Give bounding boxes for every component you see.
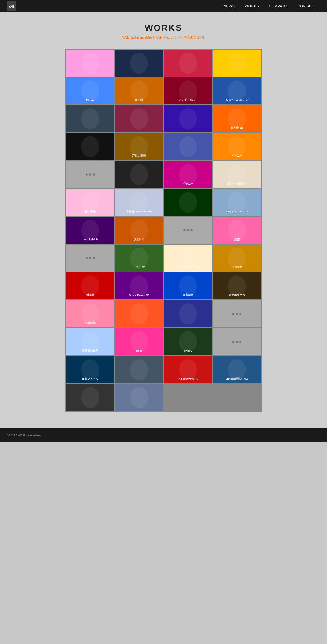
site-header: YAB NEWS WORKS COMPANY CONTACT xyxy=(0,0,327,12)
works-grid: Phony夜永唄アンダーカバー祭りだへいカミン長尾景 3D浮世の演舞イドニー イ… xyxy=(65,49,262,412)
svg-text:ーソン 3D: ーソン 3D xyxy=(133,266,145,269)
svg-point-32 xyxy=(81,136,99,157)
grid-item-42[interactable]: Boo! xyxy=(115,328,163,355)
grid-item-15[interactable] xyxy=(164,133,212,160)
svg-text:アンダーカバー: アンダーカバー xyxy=(178,98,198,101)
grid-item-49[interactable] xyxy=(66,384,114,411)
thumb-svg-49 xyxy=(66,384,114,411)
thumb-svg-25: poppin'high xyxy=(66,217,114,244)
svg-text:祭りだへいカミン: 祭りだへいカミン xyxy=(226,98,248,101)
grid-item-18[interactable] xyxy=(115,161,163,188)
svg-point-5 xyxy=(130,53,148,74)
grid-item-8[interactable]: 祭りだへいカミン xyxy=(213,77,261,104)
grid-item-36[interactable]: スマホひとつ xyxy=(213,272,261,299)
thumb-svg-24: Sing My Pleasure xyxy=(213,189,261,216)
grid-item-2[interactable] xyxy=(115,50,163,77)
grid-item-4[interactable] xyxy=(213,50,261,77)
grid-item-20[interactable]: 踊っちゃ損です xyxy=(213,161,261,188)
grid-item-14[interactable]: 浮世の演舞 xyxy=(115,133,163,160)
grid-item-26[interactable]: 少女レイ xyxy=(115,217,163,244)
grid-item-21[interactable]: 蒼の手紙 xyxy=(66,189,114,216)
thumb-svg-9 xyxy=(66,105,114,132)
svg-text:激戦アイドル: 激戦アイドル xyxy=(82,377,99,380)
thumb-svg-31: オバさんになっても xyxy=(164,245,212,272)
nav-works[interactable]: WORKS xyxy=(240,0,264,12)
grid-item-11[interactable] xyxy=(164,105,212,132)
svg-point-25 xyxy=(130,108,148,129)
thumb-svg-23 xyxy=(164,189,212,216)
grid-item-12[interactable]: 長尾景 3D xyxy=(213,105,261,132)
thumb-svg-43: phony xyxy=(164,328,212,355)
thumb-svg-45: 激戦アイドル xyxy=(66,356,114,383)
thumb-svg-18 xyxy=(115,161,163,188)
grid-item-44[interactable] xyxy=(213,328,261,355)
grid-item-22[interactable]: 救世主 Jame Da.Are xyxy=(115,189,163,216)
grid-item-35[interactable]: 資産確認 xyxy=(164,272,212,299)
thumb-svg-4 xyxy=(213,50,261,77)
grid-item-28[interactable]: 夏空 xyxy=(213,217,261,244)
grid-item-17[interactable] xyxy=(66,161,114,188)
svg-point-3 xyxy=(81,53,99,74)
svg-text:iZotope製品 RX10: iZotope製品 RX10 xyxy=(225,377,248,380)
footer-copyright: ©2022 YAB EntertainMent xyxy=(7,434,41,437)
svg-text:イカサマ: イカサマ xyxy=(231,266,242,269)
svg-point-94 xyxy=(130,303,148,324)
svg-point-7 xyxy=(179,53,197,74)
svg-text:資産確認: 資産確認 xyxy=(183,293,194,296)
grid-item-16[interactable]: イドニー xyxy=(213,133,261,160)
grid-item-39[interactable] xyxy=(164,300,212,327)
page-content: WORKS YAB EntertainMent がお手伝いした作品のご紹介 Ph… xyxy=(0,12,327,428)
nav-company[interactable]: COMPANY xyxy=(264,0,292,12)
grid-item-27[interactable] xyxy=(164,217,212,244)
grid-item-33[interactable]: 係廃区 xyxy=(66,272,114,299)
grid-item-23[interactable] xyxy=(164,189,212,216)
logo[interactable]: YAB xyxy=(7,1,16,11)
svg-text:夜永唄: 夜永唄 xyxy=(135,98,143,101)
thumb-svg-38 xyxy=(115,300,163,327)
grid-item-40[interactable] xyxy=(213,300,261,327)
svg-text:イデニー: イデニー xyxy=(183,182,193,185)
grid-item-25[interactable]: poppin'high xyxy=(66,217,114,244)
grid-item-50[interactable] xyxy=(115,384,163,411)
svg-text:日曜日の秘密: 日曜日の秘密 xyxy=(82,349,99,352)
svg-text:夏空: 夏空 xyxy=(234,238,240,241)
grid-item-47[interactable]: RAINBOW☆STAR xyxy=(164,356,212,383)
grid-item-30[interactable]: ーソン 3D xyxy=(115,245,163,272)
grid-item-34[interactable]: Oliver Evans 3D xyxy=(115,272,163,299)
thumb-svg-13 xyxy=(66,133,114,160)
thumb-svg-47: RAINBOW☆STAR xyxy=(164,356,212,383)
grid-item-31[interactable]: オバさんになっても xyxy=(164,245,212,272)
grid-item-19[interactable]: イデニー xyxy=(164,161,212,188)
grid-item-13[interactable] xyxy=(66,133,114,160)
thumb-svg-10 xyxy=(115,105,163,132)
dots-icon xyxy=(232,313,241,315)
grid-item-38[interactable] xyxy=(115,300,163,327)
svg-text:Boo!: Boo! xyxy=(136,349,142,352)
grid-item-5[interactable]: Phony xyxy=(66,77,114,104)
grid-item-3[interactable] xyxy=(164,50,212,77)
grid-item-48[interactable]: iZotope製品 RX10 xyxy=(213,356,261,383)
dots-icon xyxy=(232,341,241,343)
grid-item-10[interactable] xyxy=(115,105,163,132)
grid-item-45[interactable]: 激戦アイドル xyxy=(66,356,114,383)
grid-item-24[interactable]: Sing My Pleasure xyxy=(213,189,261,216)
thumb-svg-42: Boo! xyxy=(115,328,163,355)
thumb-svg-48: iZotope製品 RX10 xyxy=(213,356,261,383)
grid-item-43[interactable]: phony xyxy=(164,328,212,355)
grid-item-37[interactable]: 少等以等 xyxy=(66,300,114,327)
svg-point-9 xyxy=(228,53,246,74)
thumb-svg-2 xyxy=(115,50,163,77)
grid-item-9[interactable] xyxy=(66,105,114,132)
grid-item-1[interactable] xyxy=(66,50,114,77)
grid-item-6[interactable]: 夜永唄 xyxy=(115,77,163,104)
svg-text:phony: phony xyxy=(184,349,192,352)
nav-contact[interactable]: CONTACT xyxy=(293,0,320,12)
grid-item-29[interactable] xyxy=(66,245,114,272)
page-title: WORKS xyxy=(0,23,327,33)
nav-news[interactable]: NEWS xyxy=(219,0,240,12)
grid-item-41[interactable]: 日曜日の秘密 xyxy=(66,328,114,355)
site-footer: ©2022 YAB EntertainMent xyxy=(0,428,327,442)
grid-item-32[interactable]: イカサマ xyxy=(213,245,261,272)
grid-item-46[interactable] xyxy=(115,356,163,383)
grid-item-7[interactable]: アンダーカバー xyxy=(164,77,212,104)
